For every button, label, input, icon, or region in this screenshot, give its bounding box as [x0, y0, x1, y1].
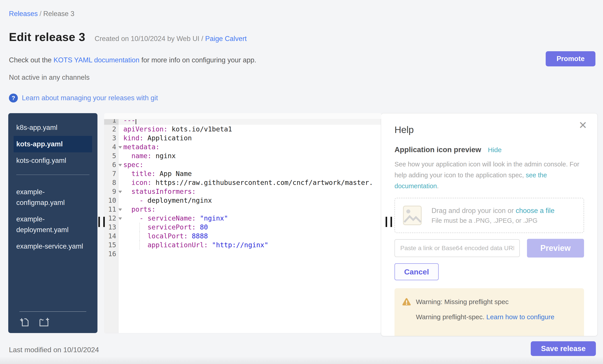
code-lines: 1---2apiVersion: kots.io/v1beta13kind: A…: [104, 116, 381, 258]
page-title: Edit release 3: [9, 30, 85, 44]
line-number: 7: [104, 169, 118, 178]
file-sidebar: k8s-app.yamlkots-app.yamlkots-config.yam…: [8, 113, 97, 333]
dropzone-filetypes: File must be a .PNG, .JPEG, or .JPG: [431, 217, 554, 224]
help-resize-handle[interactable]: [386, 217, 392, 227]
intro-pre: Check out the: [9, 56, 54, 64]
code-text: icon: https://raw.githubusercontent.com/…: [118, 178, 381, 187]
code-line: 10 - deployment/nginx: [104, 196, 381, 205]
warning-icon: [402, 298, 411, 306]
title-row: Edit release 3 Created on 10/10/2024 by …: [9, 30, 247, 44]
icon-url-input[interactable]: [394, 239, 520, 257]
code-line: 16: [104, 250, 381, 258]
warning-title: Warning: Missing preflight spec: [416, 298, 509, 306]
kots-yaml-docs-link[interactable]: KOTS YAML documentation: [54, 56, 139, 64]
code-text: ports:: [118, 205, 381, 214]
sidebar-divider: [16, 175, 89, 175]
line-number: 15: [104, 241, 118, 250]
icon-dropzone[interactable]: Drag and drop your icon or choose a file…: [394, 198, 584, 233]
code-text: - deployment/nginx: [118, 196, 381, 205]
breadcrumb-separator: /: [38, 10, 43, 18]
edit-release-page: Releases/Release 3 Edit release 3 Create…: [0, 0, 603, 364]
intro-post: for more info on configuring your app.: [139, 56, 256, 64]
line-number: 14: [104, 232, 118, 241]
created-text: Created on 10/10/2024 by Web UI /: [94, 35, 203, 43]
hide-link[interactable]: Hide: [488, 146, 502, 154]
code-line: 8 icon: https://raw.githubusercontent.co…: [104, 178, 381, 187]
line-number: 10: [104, 196, 118, 205]
code-text: servicePort: 80: [118, 223, 381, 232]
line-number: 8: [104, 178, 118, 187]
created-by-link[interactable]: Paige Calvert: [205, 35, 247, 43]
code-text: - serviceName: "nginx": [118, 214, 381, 223]
line-number: 13: [104, 223, 118, 232]
add-file-icon[interactable]: [19, 317, 30, 327]
code-line: 4metadata:: [104, 143, 381, 152]
dropzone-text: Drag and drop your icon or: [431, 207, 516, 215]
line-number: 16: [104, 250, 118, 258]
code-line: 9 statusInformers:: [104, 187, 381, 196]
question-icon[interactable]: ?: [9, 94, 18, 102]
indent-guide: [139, 241, 140, 250]
code-line: 15 applicationUrl: "http://nginx": [104, 241, 381, 250]
sidebar-item-kots-config-yaml[interactable]: kots-config.yaml: [14, 152, 92, 169]
bottom-fade: [0, 356, 603, 364]
last-modified: Last modified on 10/10/2024: [9, 346, 99, 354]
line-number: 12: [104, 214, 118, 223]
warning-body: Warning preflight-spec.: [416, 313, 486, 320]
intro-text: Check out the KOTS YAML documentation fo…: [9, 56, 256, 64]
preview-button[interactable]: Preview: [527, 239, 584, 257]
preflight-warning: Warning: Missing preflight spec Warning …: [394, 288, 584, 336]
sidebar-item-example-deployment-yaml[interactable]: example-deployment.yaml: [14, 211, 92, 238]
icon-preview-title: Application icon preview: [394, 145, 481, 154]
sidebar-actions: [19, 311, 86, 327]
line-number: 5: [104, 152, 118, 160]
help-panel: ✕ Help Application icon preview Hide See…: [381, 113, 598, 336]
file-list: k8s-app.yamlkots-app.yamlkots-config.yam…: [14, 119, 92, 255]
code-text: apiVersion: kots.io/v1beta1: [118, 125, 381, 134]
save-release-button[interactable]: Save release: [531, 341, 596, 356]
breadcrumb-current: Release 3: [43, 10, 74, 18]
code-line: 7 title: App Name: [104, 169, 381, 178]
code-text: title: App Name: [118, 169, 381, 178]
channel-status: Not active in any channels: [9, 74, 90, 82]
breadcrumb: Releases/Release 3: [9, 10, 74, 18]
warning-configure-link[interactable]: Learn how to configure: [486, 313, 554, 320]
help-title: Help: [394, 124, 584, 135]
breadcrumb-releases-link[interactable]: Releases: [9, 10, 38, 18]
code-line: 11 ports:: [104, 205, 381, 214]
line-number: 11: [104, 205, 118, 214]
choose-file-link[interactable]: choose a file: [516, 207, 554, 215]
indent-guide: [139, 223, 140, 232]
description-text: See how your application icon will look …: [394, 161, 579, 179]
icon-preview-description: See how your application icon will look …: [394, 159, 584, 192]
code-line: 2apiVersion: kots.io/v1beta1: [104, 125, 381, 134]
code-text: metadata:: [118, 143, 381, 152]
add-folder-icon[interactable]: [39, 317, 50, 327]
line-number: 2: [104, 125, 118, 134]
sidebar-item-example-service-yaml[interactable]: example-service.yaml: [14, 238, 92, 255]
description-period: .: [437, 182, 439, 189]
line-number: 3: [104, 134, 118, 143]
code-line: 13 servicePort: 80: [104, 223, 381, 232]
yaml-editor[interactable]: 1---2apiVersion: kots.io/v1beta13kind: A…: [104, 113, 381, 333]
code-text: statusInformers:: [118, 187, 381, 196]
created-info: Created on 10/10/2024 by Web UI / Paige …: [94, 35, 247, 43]
line-number: 9: [104, 187, 118, 196]
sidebar-item-example-configmap-yaml[interactable]: example-configmap.yaml: [14, 184, 92, 211]
sidebar-resize-handle[interactable]: [98, 217, 105, 227]
sidebar-item-kots-app-yaml[interactable]: kots-app.yaml: [14, 136, 92, 152]
image-placeholder-icon: [403, 205, 422, 226]
code-line: 12 - serviceName: "nginx": [104, 214, 381, 223]
git-help-link[interactable]: Learn about managing your releases with …: [22, 94, 158, 102]
code-line: 5 name: nginx: [104, 152, 381, 160]
editor-top-strip: [104, 113, 381, 119]
code-text: kind: Application: [118, 134, 381, 143]
close-icon[interactable]: ✕: [579, 120, 587, 130]
code-text: localPort: 8888: [118, 232, 381, 241]
code-text: name: nginx: [118, 152, 381, 160]
cancel-button[interactable]: Cancel: [394, 263, 439, 280]
code-line: 3kind: Application: [104, 134, 381, 143]
sidebar-item-k8s-app-yaml[interactable]: k8s-app.yaml: [14, 119, 92, 136]
promote-button[interactable]: Promote: [546, 51, 595, 66]
code-text: [118, 250, 381, 258]
